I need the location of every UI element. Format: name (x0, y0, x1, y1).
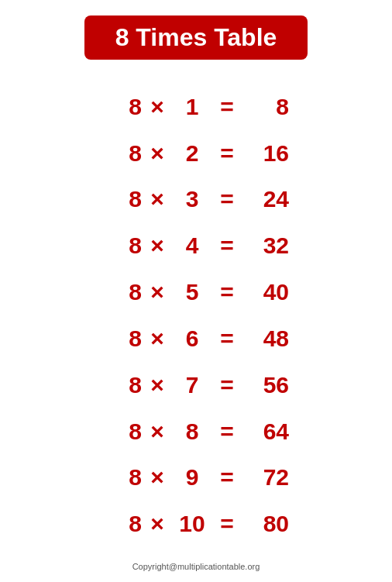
times-table: 8×1=88×2=168×3=248×4=328×5=408×6=488×7=5… (0, 74, 392, 557)
equals-operator: = (211, 279, 242, 305)
multiply-operator: × (142, 279, 173, 305)
multiply-operator: × (142, 232, 173, 259)
base-number: 8 (103, 232, 142, 259)
result: 24 (242, 186, 289, 212)
multiplier: 1 (173, 94, 211, 120)
result: 40 (242, 279, 289, 305)
page-title: 8 Times Table (84, 15, 308, 60)
result: 56 (242, 372, 289, 398)
multiplier: 2 (173, 140, 211, 167)
multiplier: 9 (173, 464, 211, 491)
table-row: 8×6=48 (31, 325, 361, 352)
equals-operator: = (211, 140, 242, 167)
table-row: 8×7=56 (31, 372, 361, 398)
equals-operator: = (211, 372, 242, 398)
multiply-operator: × (142, 186, 173, 212)
equals-operator: = (211, 94, 242, 120)
multiplier: 5 (173, 279, 211, 305)
result: 48 (242, 325, 289, 352)
table-row: 8×4=32 (31, 232, 361, 259)
table-row: 8×1=8 (31, 94, 361, 120)
multiply-operator: × (142, 140, 173, 167)
table-row: 8×9=72 (31, 464, 361, 491)
multiplier: 10 (173, 511, 211, 537)
equals-operator: = (211, 511, 242, 537)
equals-operator: = (211, 464, 242, 491)
multiply-operator: × (142, 325, 173, 352)
multiplier: 7 (173, 372, 211, 398)
multiplier: 3 (173, 186, 211, 212)
base-number: 8 (103, 94, 142, 120)
result: 8 (242, 94, 289, 120)
result: 72 (242, 464, 289, 491)
multiply-operator: × (142, 94, 173, 120)
table-row: 8×10=80 (31, 511, 361, 537)
equals-operator: = (211, 418, 242, 445)
base-number: 8 (103, 511, 142, 537)
multiplier: 8 (173, 418, 211, 445)
equals-operator: = (211, 186, 242, 212)
result: 64 (242, 418, 289, 445)
equals-operator: = (211, 325, 242, 352)
table-row: 8×3=24 (31, 186, 361, 212)
footer-text: Copyright@multiplicationtable.org (132, 562, 260, 574)
result: 32 (242, 232, 289, 259)
base-number: 8 (103, 140, 142, 167)
multiplier: 6 (173, 325, 211, 352)
multiply-operator: × (142, 464, 173, 491)
result: 80 (242, 511, 289, 537)
base-number: 8 (103, 464, 142, 491)
multiplier: 4 (173, 232, 211, 259)
table-row: 8×2=16 (31, 140, 361, 167)
base-number: 8 (103, 325, 142, 352)
multiply-operator: × (142, 511, 173, 537)
base-number: 8 (103, 279, 142, 305)
equals-operator: = (211, 232, 242, 259)
multiply-operator: × (142, 418, 173, 445)
result: 16 (242, 140, 289, 167)
table-row: 8×5=40 (31, 279, 361, 305)
base-number: 8 (103, 372, 142, 398)
base-number: 8 (103, 418, 142, 445)
table-row: 8×8=64 (31, 418, 361, 445)
multiply-operator: × (142, 372, 173, 398)
base-number: 8 (103, 186, 142, 212)
